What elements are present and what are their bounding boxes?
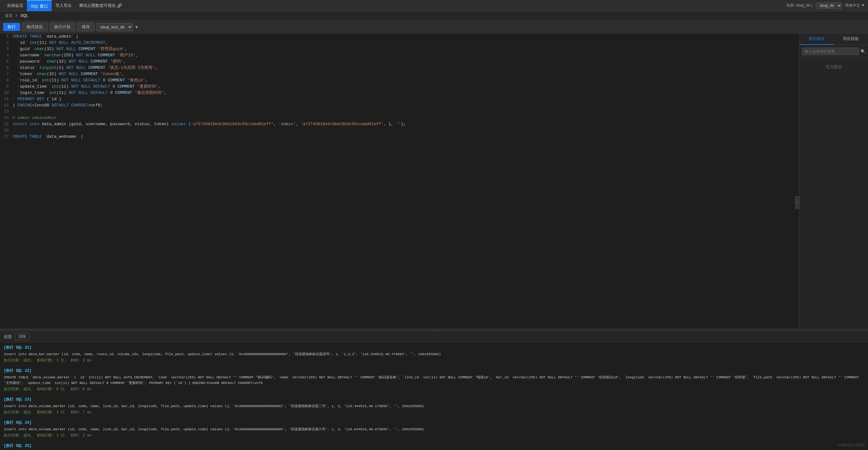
result-status-24: 执行结果: 成功。 影响行数: 1 行。 耗时: 2 ms [4,433,864,438]
code-line-7: 7 `token` char(32) NOT NULL COMMENT 'tok… [0,71,799,77]
results-area: 信息 清除 [执行 SQL 21] insert into data_bar_m… [0,331,868,450]
search-icon: 🔍 [861,49,866,54]
panel-tabs: 我的模板 系统模板 [800,33,868,45]
code-line-15: 15 insert into data_admin (guid, usernam… [0,121,799,127]
execute-button[interactable]: 执行 [3,23,20,31]
instance-selector[interactable]: tdsql_db [816,2,842,9]
panel-empty-text: 暂无数据 [800,58,868,76]
plan-button[interactable]: 执行计划 [50,23,75,31]
code-line-13: 13 [0,109,799,115]
nav-item-session[interactable]: 实例会话 [3,0,27,11]
code-line-10: 10 `login_time` int(11) NOT NULL DEFAULT… [0,90,799,96]
result-title-23: [执行 SQL 23] [4,397,864,402]
nav-item-import[interactable]: 导入导出 [52,0,75,11]
code-line-5: 5 `password` char(32) NOT NULL COMMENT '… [0,59,799,65]
code-line-3: 3 `guid` char(32) NOT NULL COMMENT '管理员g… [0,46,799,52]
code-line-6: 6 `status` tinyint(1) NOT NULL COMMENT '… [0,65,799,71]
results-title: 信息 [4,334,12,339]
clear-button[interactable]: 清除 [15,333,29,340]
result-data-23: insert into data_volume_marker (id, code… [4,403,864,409]
panel-search-area: 🔍 [800,45,868,58]
breadcrumb-home[interactable]: 首页 [5,13,12,18]
code-line-14: 14 # admin adminadmin [0,115,799,121]
result-block-24: [执行 SQL 24] insert into data_volume_mark… [4,420,864,438]
result-data-24: insert into data_volume_marker (id, code… [4,426,864,432]
result-status-23: 执行结果: 成功。 影响行数: 1 行。 耗时: 7 ms [4,410,864,415]
result-title-25: [执行 SQL 25] [4,443,864,448]
code-editor[interactable]: 1 CREATE TABLE `data_admin` ( 2 `id` int… [0,33,799,329]
top-navigation: 实例会话 SQL 窗口 导入导出 腾讯云图数据可视化 🔗 实例: tdsql_d… [0,0,868,11]
results-header: 信息 清除 [0,331,868,342]
panel-toggle-icon[interactable]: › [795,196,800,209]
result-status-21: 执行结果: 成功。 影响行数: 1 行。 耗时: 3 ms [4,358,864,363]
toolbar: 执行 格式优化 执行计划 保存 tdsql_test_db ▼ [0,21,868,33]
db-selector[interactable]: tdsql_test_db [96,23,133,31]
code-line-17: 17 CREATE TABLE `data_webname` ( [0,133,799,140]
nav-right-area: 实例: tdsql_db ( tdsql_db 简体中文 ▼ [786,2,865,9]
result-title-24: [执行 SQL 24] [4,420,864,425]
result-block-23: [执行 SQL 23] insert into data_volume_mark… [4,397,864,415]
code-line-1: 1 CREATE TABLE `data_admin` ( [0,33,799,40]
right-panel: 我的模板 系统模板 🔍 暂无数据 › [799,33,868,329]
code-line-4: 4 `username` varchar(255) NOT NULL COMME… [0,52,799,59]
code-line-8: 8 `role_id` int(11) NOT NULL DEFAULT 0 C… [0,77,799,84]
nav-item-visualization[interactable]: 腾讯云图数据可视化 🔗 [75,0,126,11]
tab-my-template[interactable]: 我的模板 [800,33,834,45]
watermark: CSDN @小思混王 [838,443,866,448]
main-container: 执行 格式优化 执行计划 保存 tdsql_test_db ▼ 1 CREATE… [0,21,868,450]
code-line-16: 16 [0,127,799,133]
code-line-2: 2 `id` int(11) NOT NULL AUTO_INCREMENT, [0,40,799,46]
save-button[interactable]: 保存 [77,23,94,31]
result-title-22: [执行 SQL 22] [4,368,864,373]
editor-right-container: 1 CREATE TABLE `data_admin` ( 2 `id` int… [0,33,868,329]
dropdown-arrow-icon: ▼ [134,25,138,29]
result-data-21: insert into data_bar_marker (id, code, n… [4,352,864,357]
result-data-22: CREATE TABLE `data_volume_marker` ( `id`… [4,374,864,386]
instance-label: 实例: tdsql_db ( [786,3,812,8]
code-line-11: 11 PRIMARY KEY (`id`) [0,96,799,102]
tab-system-template[interactable]: 系统模板 [834,33,868,45]
results-content[interactable]: [执行 SQL 21] insert into data_bar_marker … [0,342,868,450]
template-search-input[interactable] [802,48,859,55]
breadcrumb: 首页 > SQL [0,11,868,21]
format-button[interactable]: 格式优化 [22,23,48,31]
breadcrumb-separator: > [16,13,18,18]
result-block-21: [执行 SQL 21] insert into data_bar_marker … [4,345,864,363]
breadcrumb-current: SQL [21,13,28,18]
code-line-12: 12 ) ENGINE=InnoDB DEFAULT CHARSET=utf8; [0,102,799,109]
code-line-9: 9 `update_time` int(11) NOT NULL DEFAULT… [0,84,799,90]
resize-handle[interactable]: • • • [0,329,868,331]
lang-selector[interactable]: 简体中文 ▼ [845,3,865,8]
nav-item-sql[interactable]: SQL 窗口 [27,0,52,11]
result-block-22: [执行 SQL 22] CREATE TABLE `data_volume_ma… [4,368,864,392]
editor-area: 执行 格式优化 执行计划 保存 tdsql_test_db ▼ 1 CREATE… [0,21,868,450]
result-status-22: 执行结果: 成功。 影响行数: 0 行。 耗时: 6 ms [4,387,864,392]
result-block-25: [执行 SQL 25] insert into data_volume_mark… [4,443,864,450]
result-title-21: [执行 SQL 21] [4,345,864,350]
